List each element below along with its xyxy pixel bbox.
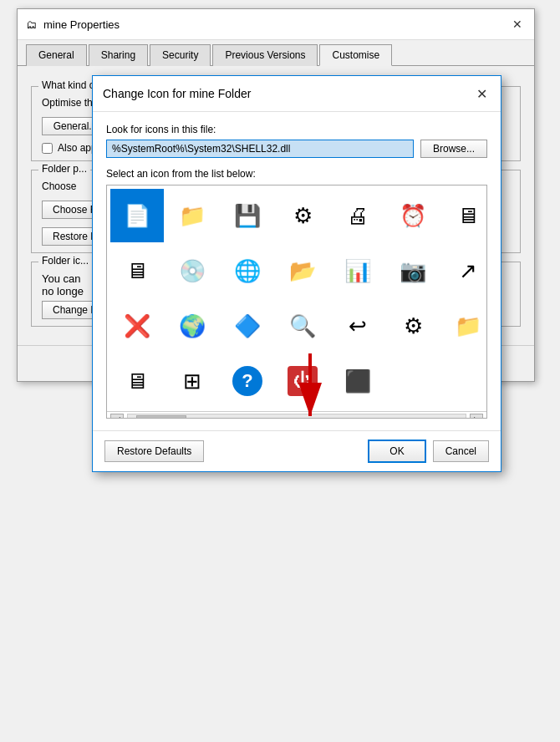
horizontal-scrollbar[interactable]: ◀ ▶ — [107, 411, 486, 419]
icon-cell-15[interactable]: ↗ — [441, 244, 486, 297]
icon-cell-11[interactable]: 🌐 — [221, 244, 274, 297]
icon-cell-13[interactable]: 📊 — [331, 244, 384, 297]
tab-previous-versions[interactable]: Previous Versions — [212, 44, 318, 66]
tab-sharing[interactable]: Sharing — [89, 44, 148, 66]
icon-cell-12[interactable]: 📂 — [276, 244, 329, 297]
bg-dialog-title: mine Properties — [43, 18, 120, 31]
icon-cell-29[interactable]: ? — [221, 354, 274, 408]
folder-icon: 🗂 — [26, 18, 37, 31]
tab-security[interactable]: Security — [150, 44, 211, 66]
icon-cell-5[interactable]: ⏰ — [386, 189, 440, 242]
icon-cell-21[interactable]: 🔍 — [276, 299, 329, 353]
browse-button[interactable]: Browse... — [420, 140, 487, 158]
icon-cell-2[interactable]: 💾 — [221, 189, 274, 242]
scroll-thumb[interactable] — [136, 415, 186, 419]
icon-cell-10[interactable]: 💿 — [165, 244, 219, 297]
overlay-title-bar: Change Icon for mine Folder ✕ — [93, 76, 501, 112]
tab-customise[interactable]: Customise — [319, 44, 392, 66]
icon-cell-4[interactable]: 🖨 — [331, 189, 384, 242]
icon-cell-6[interactable]: 🖥 — [441, 189, 486, 242]
restore-defaults-button[interactable]: Restore Defaults — [104, 440, 204, 462]
icon-cell-30[interactable]: ⏻ — [276, 354, 329, 408]
scroll-left-button[interactable]: ◀ — [110, 414, 124, 419]
overlay-body: Look for icons in this file: Browse... S… — [93, 112, 501, 430]
bg-close-button[interactable]: ✕ — [509, 16, 526, 33]
section2-legend: Folder p... — [38, 163, 90, 175]
file-row: Browse... — [106, 140, 487, 158]
icon-list-label: Select an icon from the list below: — [106, 168, 487, 180]
tab-general[interactable]: General — [26, 44, 87, 66]
ok-button[interactable]: OK — [368, 440, 425, 463]
icon-cell-0[interactable]: 📄 — [110, 189, 164, 242]
change-icon-dialog: Change Icon for mine Folder ✕ Look for i… — [92, 75, 501, 472]
scroll-track — [127, 414, 466, 419]
file-label: Look for icons in this file: — [106, 124, 487, 135]
icon-cell-23[interactable]: ⚙ — [386, 299, 440, 353]
icon-grid-container: 📄📁💾⚙🖨⏰🖥📋📝🖥💿🌐📂📊📷↗🖼📼❌🌍🔷🔍↩⚙📁💿💿🖥⊞?⏻⬛ ◀ ▶ — [106, 185, 487, 419]
icon-cell-14[interactable]: 📷 — [386, 244, 440, 297]
overlay-title: Change Icon for mine Folder — [103, 87, 251, 100]
icon-cell-1[interactable]: 📁 — [165, 189, 219, 242]
icon-cell-20[interactable]: 🔷 — [221, 299, 274, 353]
section3-legend: Folder ic... — [38, 255, 92, 267]
icon-cell-18[interactable]: ❌ — [110, 299, 164, 353]
icon-cell-24[interactable]: 📁 — [441, 299, 486, 353]
icon-cell-19[interactable]: 🌍 — [165, 299, 219, 353]
file-input[interactable] — [106, 140, 414, 158]
icon-cell-27[interactable]: 🖥 — [110, 354, 164, 408]
icon-cell-31[interactable]: ⬛ — [331, 354, 384, 408]
cancel-button[interactable]: Cancel — [433, 440, 489, 462]
footer-left: Restore Defaults — [104, 440, 361, 462]
checkbox-subfolders[interactable] — [42, 143, 53, 154]
overlay-close-button[interactable]: ✕ — [472, 84, 491, 103]
icon-cell-3[interactable]: ⚙ — [276, 189, 329, 242]
bg-title-content: 🗂 mine Properties — [26, 18, 120, 31]
icon-cell-9[interactable]: 🖥 — [110, 244, 164, 297]
tabs-bar: General Sharing Security Previous Versio… — [18, 40, 534, 66]
scroll-right-button[interactable]: ▶ — [470, 414, 483, 419]
icon-grid: 📄📁💾⚙🖨⏰🖥📋📝🖥💿🌐📂📊📷↗🖼📼❌🌍🔷🔍↩⚙📁💿💿🖥⊞?⏻⬛ — [107, 186, 486, 411]
icon-cell-28[interactable]: ⊞ — [165, 354, 219, 408]
overlay-footer: Restore Defaults OK Cancel — [93, 430, 501, 471]
bg-title-bar: 🗂 mine Properties ✕ — [18, 9, 534, 40]
icon-cell-22[interactable]: ↩ — [331, 299, 384, 353]
